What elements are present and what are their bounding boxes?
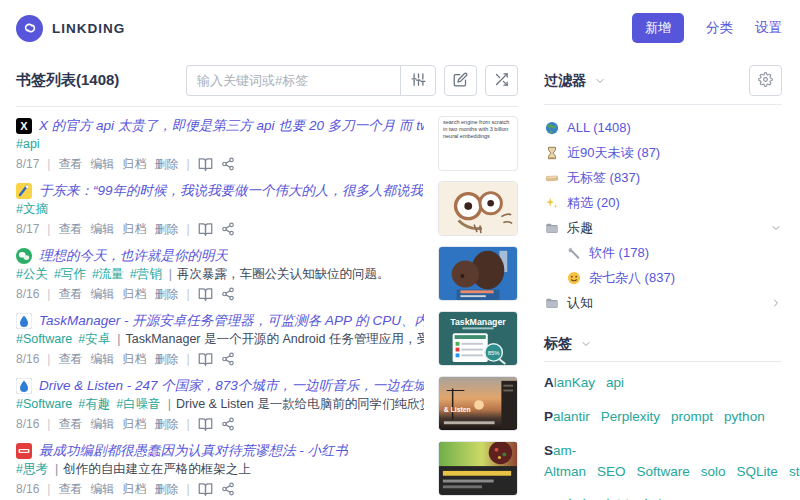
edit-action-link[interactable]: 编辑 (90, 219, 114, 239)
nav-categories-link[interactable]: 分类 (706, 19, 733, 37)
view-action-link[interactable]: 查看 (58, 284, 82, 304)
filters-settings-button[interactable] (749, 65, 782, 96)
bookmark-thumbnail[interactable]: search engine from scratch in two months… (438, 116, 518, 171)
book-open-icon[interactable] (198, 417, 213, 432)
bookmark-title-link[interactable]: 理想的今天，也许就是你的明天 (39, 246, 228, 265)
filter-link[interactable]: 精选 (20) (544, 194, 620, 212)
edit-action-link[interactable]: 编辑 (90, 349, 114, 369)
bookmark-thumbnail[interactable] (438, 441, 518, 496)
book-open-icon[interactable] (198, 287, 213, 302)
add-bookmark-button[interactable]: 新增 (632, 13, 684, 43)
tag-cloud-link[interactable]: python (724, 409, 765, 424)
archive-action-link[interactable]: 归档 (122, 414, 146, 434)
bookmark-title-row: 最成功编剧都很愚蠢因为认真对待荒谬想法 - 小红书 (16, 441, 424, 460)
nav-settings-link[interactable]: 设置 (755, 19, 782, 37)
bookmark-title-link[interactable]: 于东来：“99年的时候，我说我要做一个伟大的人，很多人都说我 (39, 181, 423, 200)
chevron-down-icon[interactable] (770, 222, 782, 234)
meta-separator: | (186, 414, 189, 434)
book-open-icon[interactable] (198, 222, 213, 237)
book-open-icon[interactable] (198, 482, 213, 497)
archive-action-link[interactable]: 归档 (122, 219, 146, 239)
bookmark-tag-link[interactable]: #营销 (130, 267, 162, 281)
archive-action-link[interactable]: 归档 (122, 284, 146, 304)
chevron-right-icon[interactable] (770, 297, 782, 309)
bookmark-tag-link[interactable]: #Software (16, 332, 72, 346)
bookmark-item: 于东来：“99年的时候，我说我要做一个伟大的人，很多人都说我#文摘8/17|查看… (16, 181, 518, 239)
tag-cloud-link[interactable]: AlanKay (544, 375, 595, 390)
edit-action-link[interactable]: 编辑 (90, 154, 114, 174)
delete-action-link[interactable]: 删除 (154, 349, 178, 369)
filter-folder-label[interactable]: 认知 (544, 294, 593, 312)
search-options-button[interactable] (400, 65, 436, 96)
shuffle-button[interactable] (485, 65, 518, 96)
tag-cloud-link[interactable]: SEO (597, 464, 626, 479)
bookmark-thumbnail[interactable] (438, 246, 518, 301)
tag-cloud-link[interactable]: SQLite (737, 464, 778, 479)
bookmark-tag-link[interactable]: #流量 (92, 267, 124, 281)
filter-folder-label[interactable]: 乐趣 (544, 219, 593, 237)
edit-action-link[interactable]: 编辑 (90, 479, 114, 499)
x-favicon: X (16, 118, 32, 134)
filter-link[interactable]: 软件 (178) (566, 244, 649, 262)
tag-cloud-link[interactable]: Perplexity (601, 409, 660, 424)
archive-action-link[interactable]: 归档 (122, 349, 146, 369)
search-input[interactable] (186, 65, 400, 96)
book-open-icon[interactable] (198, 352, 213, 367)
delete-action-link[interactable]: 删除 (154, 154, 178, 174)
view-action-link[interactable]: 查看 (58, 349, 82, 369)
bookmark-title-link[interactable]: 最成功编剧都很愚蠢因为认真对待荒谬想法 - 小红书 (39, 441, 348, 460)
app-logo-link[interactable]: LINKDING (16, 15, 125, 42)
archive-action-link[interactable]: 归档 (122, 479, 146, 499)
bookmark-tag-link[interactable]: #Software (16, 397, 72, 411)
tag-cloud-link[interactable]: stripe (789, 464, 800, 479)
delete-action-link[interactable]: 删除 (154, 414, 178, 434)
tag-cloud-link[interactable]: Sam-Altman (544, 443, 586, 479)
bookmark-thumbnail[interactable]: TaskManager85% (438, 311, 518, 366)
bookmark-tag-link[interactable]: #安卓 (78, 332, 110, 346)
tags-divider (544, 361, 782, 362)
filter-link[interactable]: 近90天未读 (87) (544, 144, 660, 162)
filters-chevron-down-icon[interactable] (594, 75, 606, 87)
share-icon[interactable] (221, 157, 235, 171)
bookmark-thumbnail[interactable] (438, 181, 518, 236)
bookmark-tag-link[interactable]: #写作 (54, 267, 86, 281)
share-icon[interactable] (221, 222, 235, 236)
view-action-link[interactable]: 查看 (58, 414, 82, 434)
filter-link[interactable]: 无标签 (837) (544, 169, 640, 187)
delete-action-link[interactable]: 删除 (154, 219, 178, 239)
bookmark-title-link[interactable]: Drive & Listen - 247 个国家，873个城市，一边听音乐，一边… (39, 376, 424, 395)
bulk-edit-button[interactable] (444, 65, 477, 96)
bookmark-tag-link[interactable]: #文摘 (16, 202, 48, 216)
view-action-link[interactable]: 查看 (58, 219, 82, 239)
share-icon[interactable] (221, 352, 235, 366)
tags-chevron-down-icon[interactable] (580, 338, 592, 350)
edit-action-link[interactable]: 编辑 (90, 414, 114, 434)
bookmark-tag-link[interactable]: #白噪音 (116, 397, 160, 411)
filter-link[interactable]: ALL (1408) (544, 120, 631, 135)
bookmark-thumbnail[interactable]: & Listen (438, 376, 518, 431)
share-icon[interactable] (221, 287, 235, 301)
archive-action-link[interactable]: 归档 (122, 154, 146, 174)
bookmark-tag-link[interactable]: #思考 (16, 462, 48, 476)
edit-pencil-icon (453, 72, 468, 90)
bookmark-title-link[interactable]: TaskManager - 开源安卓任务管理器，可监测各 APP 的 CPU、内… (39, 311, 424, 330)
bookmark-tag-link[interactable]: #有趣 (78, 397, 110, 411)
book-open-icon[interactable] (198, 157, 213, 172)
edit-action-link[interactable]: 编辑 (90, 284, 114, 304)
share-icon[interactable] (221, 482, 235, 496)
tag-cloud-link[interactable]: solo (701, 464, 726, 479)
tag-cloud-link[interactable]: api (606, 375, 624, 390)
bookmark-item: XX 的官方 api 太贵了，即便是第三方 api 也要 20 多刀一个月 而 … (16, 116, 518, 174)
share-icon[interactable] (221, 417, 235, 431)
bookmark-title-link[interactable]: X 的官方 api 太贵了，即便是第三方 api 也要 20 多刀一个月 而 t… (39, 116, 424, 135)
view-action-link[interactable]: 查看 (58, 154, 82, 174)
bookmark-tag-link[interactable]: #公关 (16, 267, 48, 281)
delete-action-link[interactable]: 删除 (154, 284, 178, 304)
view-action-link[interactable]: 查看 (58, 479, 82, 499)
delete-action-link[interactable]: 删除 (154, 479, 178, 499)
tag-cloud-link[interactable]: Palantir (544, 409, 590, 424)
bookmark-tag-link[interactable]: #api (16, 137, 40, 151)
filter-link[interactable]: 杂七杂八 (837) (566, 269, 675, 287)
tag-cloud-link[interactable]: Software (637, 464, 690, 479)
tag-cloud-link[interactable]: prompt (671, 409, 713, 424)
